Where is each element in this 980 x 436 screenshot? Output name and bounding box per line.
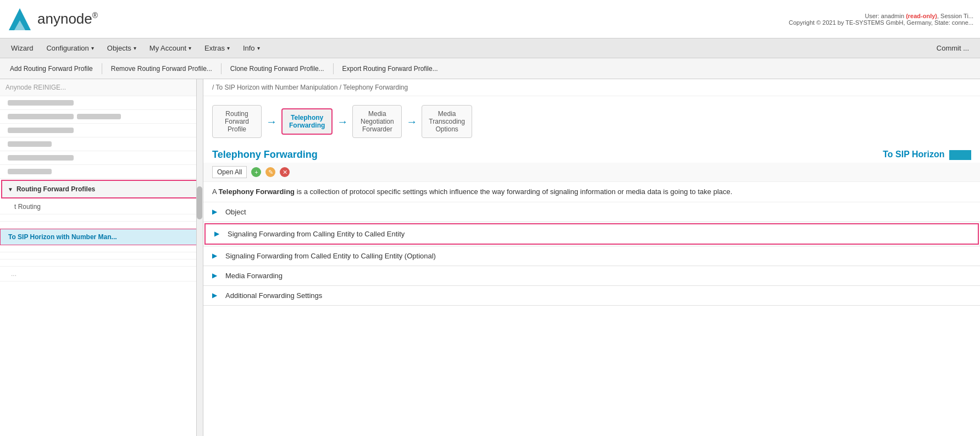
sidebar-item-4[interactable]	[0, 137, 203, 151]
right-label-color-block	[949, 150, 971, 160]
right-label: To SIP Horizon	[883, 150, 971, 160]
top-bar-right: User: anadmin (read-only), Session Ti...…	[789, 13, 973, 26]
open-all-bar: Open All + ✎ ✕	[203, 163, 980, 182]
sidebar-item-1[interactable]	[0, 96, 203, 110]
sidebar-item-5-text	[8, 155, 74, 161]
toolbar-separator-2	[221, 63, 222, 74]
accordion-header-media-forwarding[interactable]: ▶ Media Forwarding	[203, 266, 980, 285]
description-text: A Telephony Forwarding is a collection o…	[203, 182, 980, 202]
accordion-arrow-signaling-called: ▶	[212, 252, 220, 260]
telephony-forwarding-bold: Telephony Forwarding	[219, 187, 295, 196]
toolbar: Add Routing Forward Profile Remove Routi…	[0, 58, 980, 79]
routing-item-7-text: ...	[11, 270, 16, 278]
sidebar-routing-item-2[interactable]	[0, 214, 203, 222]
accordion-arrow-media-forwarding: ▶	[212, 272, 220, 279]
sidebar-routing-item-5[interactable]	[0, 252, 203, 260]
content-area: / To SIP Horizon with Number Manipulatio…	[203, 79, 980, 436]
section-title-text: Telephony Forwarding	[212, 149, 318, 161]
sidebar-routing-item-1[interactable]: t Routing	[0, 200, 203, 214]
sidebar-routing-item-6[interactable]	[0, 260, 203, 267]
remove-routing-forward-profile-button[interactable]: Remove Routing Forward Profile...	[106, 63, 218, 75]
workflow-step-media-neg[interactable]: MediaNegotiationForwarder	[352, 105, 402, 138]
sidebar-item-1-text	[8, 100, 74, 106]
workflow-step-media-trans[interactable]: MediaTranscodingOptions	[422, 105, 472, 138]
accordion-label-additional-settings: Additional Forwarding Settings	[225, 291, 322, 300]
accordion-label-object: Object	[225, 208, 246, 216]
breadcrumb: / To SIP Horizon with Number Manipulatio…	[203, 79, 980, 96]
sidebar-routing-item-3[interactable]	[0, 222, 203, 229]
accordion-signaling-calling: ▶ Signaling Forwarding from Calling Enti…	[203, 223, 980, 246]
add-routing-forward-profile-button[interactable]: Add Routing Forward Profile	[4, 63, 98, 75]
open-all-button[interactable]: Open All	[212, 166, 247, 178]
logo-area: anynode®	[7, 6, 98, 32]
accordion-header-object[interactable]: ▶ Object	[203, 202, 980, 222]
workflow-arrow-1: →	[266, 115, 277, 128]
sidebar-item-2-text	[8, 114, 74, 119]
extras-dropdown-icon: ▾	[227, 45, 230, 51]
accordion-header-signaling-calling[interactable]: ▶ Signaling Forwarding from Calling Enti…	[204, 223, 979, 245]
sidebar-item-3[interactable]	[0, 124, 203, 137]
nav-extras[interactable]: Extras ▾	[198, 41, 236, 56]
accordion-header-additional-settings[interactable]: ▶ Additional Forwarding Settings	[203, 286, 980, 305]
nav-commit[interactable]: Commit ...	[930, 41, 976, 56]
selected-item-label: To SIP Horizon with Number Man...	[8, 233, 117, 241]
sidebar-item-6[interactable]	[0, 165, 203, 179]
configuration-dropdown-icon: ▾	[91, 45, 94, 51]
nav-objects[interactable]: Objects ▾	[101, 41, 143, 56]
accordion-label-media-forwarding: Media Forwarding	[225, 272, 283, 280]
toolbar-separator-1	[102, 63, 102, 74]
sidebar: Anynode REINIGE... ▼	[0, 79, 203, 436]
workflow-step-routing-label: RoutingForwardProfile	[219, 110, 254, 133]
workflow-arrow-3: →	[406, 115, 417, 128]
workflow-step-media-neg-label: MediaNegotiationForwarder	[359, 110, 395, 133]
accordion-arrow-signaling-calling: ▶	[214, 230, 222, 238]
toolbar-separator-3	[333, 63, 334, 74]
accordion-arrow-object: ▶	[212, 208, 220, 216]
workflow-step-routing[interactable]: RoutingForwardProfile	[212, 105, 262, 138]
workflow-arrow-2: →	[337, 115, 348, 128]
sidebar-scrollbar[interactable]	[196, 79, 203, 436]
copyright-text: Copyright © 2021 by TE-SYSTEMS GmbH, Ger…	[789, 19, 973, 26]
sidebar-routing-item-4[interactable]	[0, 245, 203, 252]
workflow-step-telephony-label: TelephonyForwarding	[289, 114, 325, 129]
workflow-step-telephony[interactable]: TelephonyForwarding	[281, 108, 333, 135]
my-account-dropdown-icon: ▾	[189, 45, 191, 51]
nav-my-account[interactable]: My Account ▾	[143, 41, 198, 56]
routing-item-1-label: t Routing	[14, 203, 41, 211]
sidebar-scroll[interactable]: Anynode REINIGE... ▼	[0, 79, 203, 436]
clone-routing-forward-profile-button[interactable]: Clone Routing Forward Profile...	[225, 63, 330, 75]
accordion-header-signaling-called[interactable]: ▶ Signaling Forwarding from Called Entit…	[203, 246, 980, 266]
accordion-arrow-additional-settings: ▶	[212, 291, 220, 299]
accordion-additional-settings: ▶ Additional Forwarding Settings	[203, 286, 980, 306]
sidebar-item-4-text	[8, 141, 52, 147]
objects-dropdown-icon: ▾	[134, 45, 136, 51]
workflow-step-media-trans-label: MediaTranscodingOptions	[429, 110, 465, 133]
user-info: User: anadmin (read-only), Session Ti...	[789, 13, 973, 19]
edit-icon[interactable]: ✎	[265, 167, 275, 177]
sidebar-selected-item[interactable]: To SIP Horizon with Number Man...	[0, 229, 203, 245]
sidebar-item-5[interactable]	[0, 151, 203, 165]
export-routing-forward-profile-button[interactable]: Export Routing Forward Profile...	[337, 63, 444, 75]
expand-all-icon[interactable]: +	[251, 167, 261, 177]
sidebar-routing-item-7[interactable]: ...	[0, 267, 203, 282]
main-layout: Anynode REINIGE... ▼	[0, 79, 980, 436]
anynode-logo-icon	[7, 6, 33, 32]
sidebar-header: Anynode REINIGE...	[0, 79, 203, 96]
delete-icon[interactable]: ✕	[280, 167, 290, 177]
section-label: Routing Forward Profiles	[16, 185, 95, 193]
accordion-label-signaling-called: Signaling Forwarding from Called Entity …	[225, 252, 436, 260]
section-title-bar: Telephony Forwarding To SIP Horizon	[203, 142, 980, 163]
nav-configuration[interactable]: Configuration ▾	[40, 41, 100, 56]
sidebar-item-2-subtext	[77, 114, 121, 119]
nav-info[interactable]: Info ▾	[236, 41, 267, 56]
sidebar-item-2[interactable]	[0, 110, 203, 124]
routing-forward-profiles-section[interactable]: ▼ Routing Forward Profiles	[1, 180, 202, 198]
top-bar: anynode® User: anadmin (read-only), Sess…	[0, 0, 980, 38]
nav-bar: Wizard Configuration ▾ Objects ▾ My Acco…	[0, 38, 980, 58]
logo-text: anynode®	[37, 10, 98, 27]
sidebar-scroll-thumb	[197, 186, 202, 219]
accordion-signaling-called: ▶ Signaling Forwarding from Called Entit…	[203, 246, 980, 266]
section-collapse-icon: ▼	[8, 186, 13, 192]
nav-wizard[interactable]: Wizard	[4, 41, 40, 56]
sidebar-item-3-text	[8, 128, 74, 133]
